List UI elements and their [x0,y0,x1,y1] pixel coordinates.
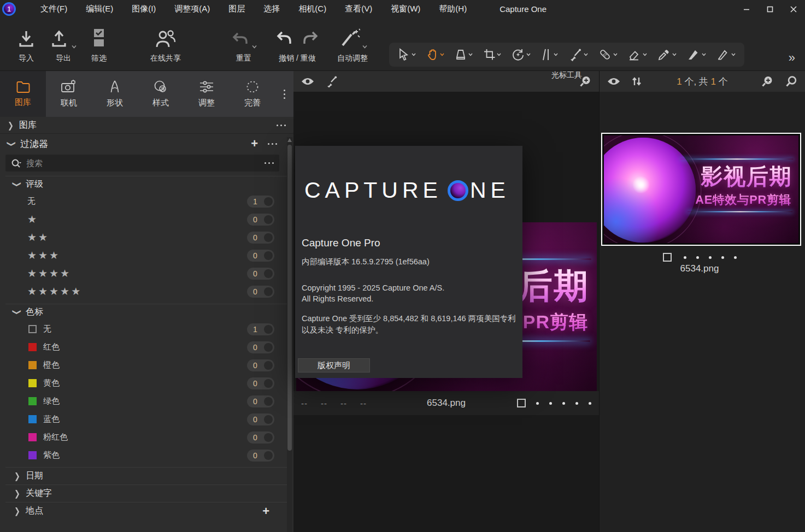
count-badge[interactable]: 0 [247,450,274,462]
eye-icon[interactable] [301,77,314,86]
count-badge[interactable]: 0 [247,359,274,371]
menu-select[interactable]: 选择 [254,1,289,17]
select-checkbox[interactable] [517,399,526,407]
menu-file[interactable]: 文件(F) [31,1,77,17]
color-row-yellow[interactable]: 黄色 0 [0,374,293,392]
redo-icon[interactable] [302,29,319,49]
search-icon[interactable] [785,75,797,87]
loupe-tool[interactable] [454,46,474,63]
sidebar-scrollbar[interactable] [287,137,292,532]
rating-row-2star[interactable]: ★★ 0 [0,228,293,246]
menu-edit[interactable]: 编辑(E) [77,1,122,17]
library-menu-icon[interactable] [277,125,286,126]
search-input[interactable] [26,158,265,168]
add-place-icon[interactable]: + [262,505,269,517]
places-section-header[interactable]: ❯ 地点 + [5,502,288,519]
close-icon[interactable] [782,0,805,18]
menu-help[interactable]: 帮助(H) [430,1,476,17]
brush-icon[interactable] [326,75,338,87]
count-badge[interactable]: 0 [247,413,274,425]
menu-window[interactable]: 视窗(W) [381,1,430,17]
brush-tool[interactable] [568,46,589,63]
count-badge[interactable]: 0 [247,395,274,407]
color-row-blue[interactable]: 蓝色 0 [0,410,293,428]
menu-adjustments[interactable]: 调整项(A) [165,1,219,17]
rating-row-5star[interactable]: ★★★★★ 0 [0,282,293,300]
scrollbar-thumb[interactable] [287,145,292,451]
menu-layers[interactable]: 图层 [219,1,254,17]
count-badge[interactable]: 0 [247,232,274,244]
pen-tool[interactable] [715,46,737,63]
tabs-menu-kebab-icon[interactable] [275,71,293,117]
about-dialog: CAPTURE NE Capture One Pro 内部编译版本 16.5.9… [295,146,522,378]
rating-row-3star[interactable]: ★★★ 0 [0,246,293,264]
count-badge[interactable]: 0 [247,286,274,298]
search-options-icon[interactable] [265,162,274,164]
count-badge[interactable]: 0 [247,377,274,389]
straighten-tool[interactable] [540,46,559,63]
undo-icon[interactable] [276,29,292,49]
count-badge[interactable]: 0 [247,268,274,280]
import-button[interactable]: 导入 [11,23,42,63]
tab-capture[interactable]: 联机 [46,71,92,117]
date-section-header[interactable]: ❯ 日期 [5,467,288,484]
zoom-in-icon[interactable] [761,75,773,87]
crop-tool[interactable] [482,46,502,63]
add-filter-icon[interactable]: + [251,138,258,150]
tab-styles[interactable]: 样式 [138,71,184,117]
reset-button[interactable]: 重置 [226,23,262,63]
rotate-tool[interactable] [510,46,532,63]
filters-menu-icon[interactable] [268,143,277,145]
filters-header[interactable]: ❯ 过滤器 + [0,134,293,153]
pan-tool[interactable] [425,46,445,63]
count-badge[interactable]: 1 [247,323,274,335]
count-badge[interactable]: 0 [247,214,274,226]
color-row-none[interactable]: 无 1 [0,320,293,338]
library-section-header[interactable]: ❯ 图库 [0,117,293,134]
rating-dots[interactable] [684,256,737,259]
share-button[interactable]: 在线共享 [139,23,192,63]
color-tag-section-header[interactable]: ❯ 色标 [5,304,288,320]
tab-shapes[interactable]: 形状 [92,71,138,117]
color-row-purple[interactable]: 紫色 0 [0,446,293,464]
maximize-icon[interactable] [758,0,782,18]
rating-row-4star[interactable]: ★★★★ 0 [0,264,293,282]
auto-adjust-button[interactable]: 自动调整 [328,23,377,63]
count-badge[interactable]: 0 [247,341,274,353]
toolbar-overflow-icon[interactable]: » [789,52,795,64]
tab-refine[interactable]: 完善 [230,71,275,117]
menu-image[interactable]: 图像(I) [122,1,165,17]
select-checkbox[interactable] [663,253,672,262]
color-row-orange[interactable]: 橙色 0 [0,356,293,374]
color-row-green[interactable]: 绿色 0 [0,392,293,410]
thumbnail-selected[interactable]: 影视后期 AE特效与PR剪辑 [601,133,801,246]
rating-dots[interactable] [536,402,591,405]
keywords-section-header[interactable]: ❯ 关键字 [5,484,288,502]
menu-camera[interactable]: 相机(C) [289,1,336,17]
chevron-down-icon: ❯ [7,141,16,147]
tab-adjust[interactable]: 调整 [184,71,230,117]
tab-library[interactable]: 图库 [0,71,46,117]
pick-tool[interactable] [656,46,678,63]
copyright-notice-button[interactable]: 版权声明 [298,358,370,373]
count-badge[interactable]: 1 [247,196,274,208]
rating-row-1star[interactable]: ★ 0 [0,210,293,228]
fill-pen-tool[interactable] [686,46,707,63]
count-badge[interactable]: 0 [247,431,274,444]
rating-section-header[interactable]: ❯ 评级 [5,176,288,192]
app-logo-icon: 1 [2,2,16,16]
export-button[interactable]: 导出 [45,23,81,63]
build-version: 内部编译版本 16.5.9.2795 (1ef56aa) [302,257,430,267]
rating-row-none[interactable]: 无 1 [0,192,293,210]
select-tool[interactable] [397,46,417,63]
menu-view[interactable]: 查看(V) [336,1,381,17]
filter-button[interactable]: 筛选 [85,23,113,63]
color-row-pink[interactable]: 粉红色 0 [0,428,293,446]
chevron-right-icon: ❯ [8,120,14,130]
erase-tool[interactable] [627,46,648,63]
window-controls [735,0,805,18]
heal-tool[interactable] [597,46,619,63]
minimize-icon[interactable] [735,0,758,18]
count-badge[interactable]: 0 [247,250,274,262]
color-row-red[interactable]: 红色 0 [0,338,293,356]
